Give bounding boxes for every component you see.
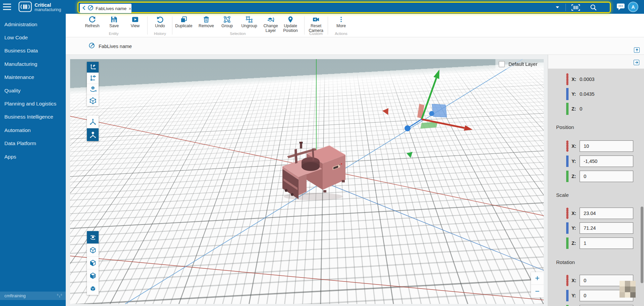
layer-toggle-panel: Default Layer xyxy=(495,59,544,69)
sidebar-item-automation[interactable]: Automation xyxy=(0,124,66,137)
sidebar-item-data-platform[interactable]: Data Platform xyxy=(0,137,66,150)
y-axis-color-bar xyxy=(566,222,569,234)
tab-close-icon[interactable]: × xyxy=(128,6,131,11)
position-z-field[interactable] xyxy=(580,171,633,182)
zoom-in-button[interactable]: + xyxy=(531,272,544,285)
position-x-field[interactable] xyxy=(580,140,633,152)
cursor-z-row: Z: 0 xyxy=(566,103,582,115)
back-chevron-icon[interactable] xyxy=(83,5,86,11)
properties-panel: X: 0.0003 Y: 0.0435 Z: 0 Position X: Y: … xyxy=(548,55,644,306)
group-button[interactable]: Group xyxy=(218,16,236,29)
position-y-row: Y: xyxy=(566,156,633,167)
search-icon[interactable] xyxy=(590,3,597,12)
sidebar-item-business-data[interactable]: Business Data xyxy=(0,44,66,57)
view-button[interactable]: View xyxy=(126,16,145,29)
z-axis-color-bar xyxy=(566,237,569,249)
scale-tool-button[interactable] xyxy=(87,95,99,106)
transform-toolbar xyxy=(87,62,99,106)
wireframe-view-button[interactable] xyxy=(87,244,99,257)
sidebar-item-low-code[interactable]: Low Code xyxy=(0,31,66,44)
remove-button[interactable]: Remove xyxy=(197,16,216,29)
ring-divider xyxy=(566,4,566,11)
cursor-x-value: 0.0003 xyxy=(580,77,594,82)
duplicate-button[interactable]: Duplicate xyxy=(174,16,193,29)
toolbar-group-label: Selection xyxy=(230,32,246,36)
z-axis-color-bar xyxy=(566,171,569,182)
zoom-out-button[interactable]: − xyxy=(531,285,544,298)
hamburger-menu-icon[interactable] xyxy=(3,4,11,10)
sidebar-item-business-intelligence[interactable]: Business Intelligence xyxy=(0,111,66,124)
zoom-controls: + − xyxy=(531,272,544,298)
shaded-left-view-button[interactable] xyxy=(87,257,99,269)
save-button[interactable]: Save xyxy=(105,16,123,29)
position-y-field[interactable] xyxy=(580,156,633,167)
cursor-y-value: 0.0435 xyxy=(580,91,594,97)
tab-strip-focus-ring: FabLives name × xyxy=(77,2,611,13)
panel-scrollbar[interactable] xyxy=(641,207,643,283)
toolbar-group-label: History xyxy=(154,32,166,36)
3d-viewport[interactable]: Default Layer + − xyxy=(70,59,544,304)
scale-x-field[interactable] xyxy=(580,208,633,219)
sidebar-item-maintenance[interactable]: Maintenance xyxy=(0,71,66,84)
barcode-scan-icon[interactable] xyxy=(571,3,580,12)
local-axes-button[interactable] xyxy=(87,128,99,141)
app-window: Critical manufacturing FabLives name × xyxy=(0,0,644,306)
toolbar-divider xyxy=(172,16,172,35)
position-section-title: Position xyxy=(556,124,574,130)
scale-x-row: X: xyxy=(566,208,633,219)
expand-icon[interactable] xyxy=(634,47,640,53)
shaded-view-button[interactable] xyxy=(87,269,99,282)
svg-text:1: 1 xyxy=(59,295,60,298)
more-button[interactable]: More xyxy=(332,16,351,29)
world-axes-button[interactable] xyxy=(87,116,99,128)
entity-tab[interactable]: FabLives name × xyxy=(80,4,131,13)
entity-icon xyxy=(88,5,94,12)
view-mode-toolbar xyxy=(87,231,99,295)
x-axis-color-bar xyxy=(566,140,569,152)
sidebar-item-quality[interactable]: Quality xyxy=(0,84,66,97)
cursor-x-row: X: 0.0003 xyxy=(566,73,594,85)
cursor-y-row: Y: 0.0435 xyxy=(566,88,594,100)
sidebar-item-manufacturing[interactable]: Manufacturing xyxy=(0,57,66,71)
refresh-button[interactable]: Refresh xyxy=(83,16,102,29)
panel-header xyxy=(548,55,644,69)
brand-text: Critical manufacturing xyxy=(35,3,61,12)
x-axis-color-bar xyxy=(566,208,569,219)
top-header-bar: Critical manufacturing FabLives name × xyxy=(0,0,644,14)
collapse-right-icon[interactable] xyxy=(634,60,639,65)
sidebar-item-administration[interactable]: Administration xyxy=(0,18,66,31)
reset-camera-button[interactable]: Reset Camera xyxy=(307,16,325,33)
tab-dropdown-chevron-icon[interactable] xyxy=(556,3,559,12)
position-z-row: Z: xyxy=(566,171,633,182)
change-layer-button[interactable]: Change Layer xyxy=(261,16,280,33)
rotation-section-title: Rotation xyxy=(556,259,575,265)
translate-local-tool-button[interactable] xyxy=(87,73,99,84)
default-layer-checkbox[interactable] xyxy=(499,61,505,67)
ungroup-button[interactable]: Ungroup xyxy=(240,16,259,29)
page-title: FabLives name xyxy=(99,44,132,49)
translate-tool-button[interactable] xyxy=(87,62,99,73)
entity-icon xyxy=(89,42,95,50)
environment-name: cmftraining xyxy=(4,293,26,298)
version-icon: 010 xyxy=(57,294,62,298)
undo-button[interactable]: Undo xyxy=(151,16,169,29)
environment-footer[interactable]: cmftraining 010 xyxy=(0,292,66,300)
cursor-z-value: 0 xyxy=(580,106,582,112)
orbit-view-button[interactable] xyxy=(87,231,99,244)
y-axis-color-bar xyxy=(566,88,569,100)
solid-view-button[interactable] xyxy=(87,282,99,295)
position-x-row: X: xyxy=(566,140,633,152)
z-axis-color-bar xyxy=(566,103,569,115)
critical-manufacturing-logo[interactable]: Critical manufacturing xyxy=(18,1,61,13)
scale-y-field[interactable] xyxy=(580,222,633,234)
scale-z-field[interactable] xyxy=(580,237,633,249)
sidebar-item-apps[interactable]: Apps xyxy=(0,150,66,163)
sidebar-item-planning-and-logistics[interactable]: Planning and Logistics xyxy=(0,97,66,110)
equipment-model[interactable] xyxy=(282,141,346,201)
rotate-tool-button[interactable] xyxy=(87,84,99,95)
axes-toolbar xyxy=(87,116,99,141)
update-position-button[interactable]: Update Position xyxy=(281,16,300,33)
scale-y-row: Y: xyxy=(566,222,633,234)
chat-icon[interactable] xyxy=(616,3,625,12)
user-avatar[interactable]: A xyxy=(628,2,638,12)
